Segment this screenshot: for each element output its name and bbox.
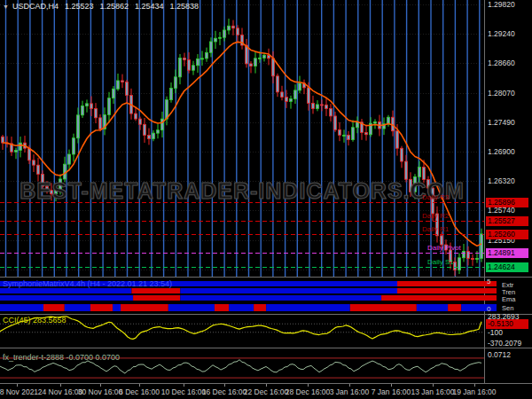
symphonie-panel-title: SymphonieMatrixV4.4h (H4 - 2022.01.21 23… xyxy=(3,279,172,288)
pivot-line-label: Daily Pivot xyxy=(427,244,461,252)
time-axis-label: 22 Dec 16:00 xyxy=(244,387,289,396)
price-axis-label: 1.27490 xyxy=(488,119,515,127)
symbol-dropdown-icon[interactable]: ▼ xyxy=(3,2,9,12)
pivot-line-label: Daily R3 xyxy=(422,193,449,201)
time-axis-label: 13 Jan 16:00 xyxy=(411,387,454,396)
mt4-chart-window: ▼ USDCAD,H4 1.25523 1.25862 1.25434 1.25… xyxy=(0,0,532,399)
time-axis-label: 19 Jan 16:00 xyxy=(452,387,496,396)
price-axis-label: 1.29240 xyxy=(488,30,515,38)
price-axis-label: 1.26900 xyxy=(488,148,515,156)
pivot-line-label: Daily R2 xyxy=(422,212,449,220)
time-axis-label: 6 Dec 16:00 xyxy=(119,387,160,396)
price-axis-label: 1.26320 xyxy=(488,177,515,185)
symphonie-row-label: Sen xyxy=(502,305,513,312)
pivot-axis-price-box: 1.24624 xyxy=(486,262,528,272)
time-axis-label: 18 Nov 2021 xyxy=(0,387,38,396)
fx-panel-title: fx_trender-t-2888 -0.0700 0.0700 xyxy=(3,353,120,362)
pivot-axis-price-box: 1.25896 xyxy=(486,198,528,207)
cci-panel[interactable] xyxy=(0,315,484,348)
pivot-axis-price-box: 1.25260 xyxy=(486,230,528,239)
ohlc-high: 1.25862 xyxy=(100,2,129,12)
pivot-line-label: Daily S1 xyxy=(427,258,454,266)
time-axis-label: 10 Dec 16:00 xyxy=(161,387,207,396)
cci-current-value-box: -0.5130 xyxy=(486,319,528,329)
pivot-axis-price-box: 1.24891 xyxy=(486,248,528,258)
ohlc-low: 1.25434 xyxy=(135,2,164,12)
time-axis-label: 30 Nov 16:00 xyxy=(78,387,123,396)
symbol-name: USDCAD,H4 xyxy=(12,2,59,12)
main-chart-area[interactable] xyxy=(0,0,484,277)
time-axis-label: 28 Dec 16:00 xyxy=(286,387,331,396)
price-axis-label: 1.28660 xyxy=(488,59,515,67)
cci-panel-title: CCI(45) 283.5658 xyxy=(3,316,66,325)
price-axis-label: 1.28070 xyxy=(488,90,515,98)
time-axis-label: 3 Jan 16:00 xyxy=(330,387,369,396)
ohlc-close: 1.25838 xyxy=(170,2,200,12)
symphonie-axis-max: 5 xyxy=(487,278,490,286)
pivot-axis-price-box: 1.25527 xyxy=(486,216,528,226)
price-axis-label: 1.25740 xyxy=(488,207,515,215)
time-axis-label: 16 Dec 16:00 xyxy=(202,387,247,396)
ohlc-open: 1.25523 xyxy=(65,2,94,12)
pivot-line-label: Daily R1 xyxy=(422,225,449,233)
time-axis-label: 7 Jan 16:00 xyxy=(372,387,411,396)
symphonie-row-label: Ema xyxy=(502,296,515,303)
cci-level-label: -100 xyxy=(488,329,503,337)
price-axis-label: 1.29820 xyxy=(488,1,515,9)
symbol-ohlc-bar: ▼ USDCAD,H4 1.25523 1.25862 1.25434 1.25… xyxy=(3,2,199,12)
fx-axis-top: 0.0712 xyxy=(488,351,511,359)
time-axis-label: 24 Nov 16:00 xyxy=(38,387,83,396)
cci-axis-min: -370.2079 xyxy=(488,340,521,348)
